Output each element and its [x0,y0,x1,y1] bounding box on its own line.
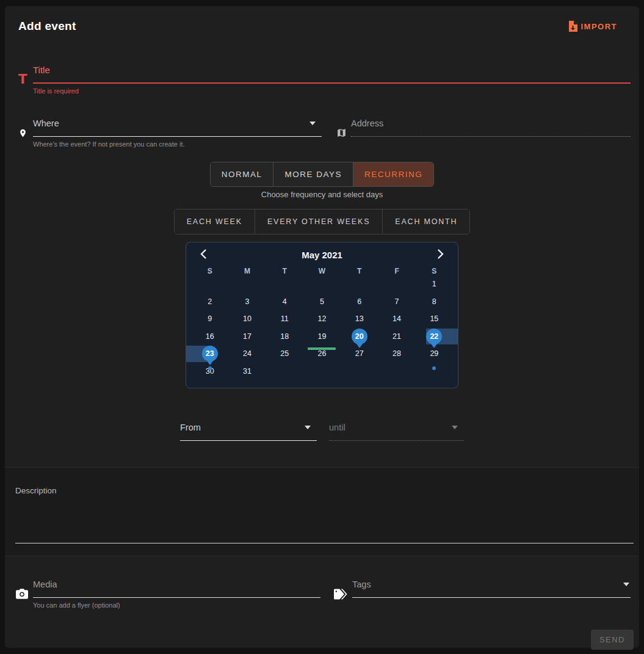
calendar-day-8[interactable]: 8 [416,293,453,311]
frequency-each-month[interactable]: EACH MONTH [383,209,469,234]
calendar-day-3[interactable]: 3 [228,293,266,311]
selected-day-marker: 20 [352,329,367,344]
calendar-day-24[interactable]: 24 [228,345,266,363]
tab-more-days[interactable]: MORE DAYS [273,162,353,186]
where-select[interactable]: Where [33,118,322,137]
event-mode-tabs: NORMALMORE DAYSRECURRING [210,162,435,187]
import-file-icon [568,21,577,32]
tags-dropdown-arrow [623,583,629,586]
tab-recurring[interactable]: RECURRING [353,162,433,186]
day-number: 5 [320,297,324,306]
media-helper-text: You can add a flyer (optional) [33,601,320,609]
from-value: From [180,423,201,432]
until-select[interactable]: until [329,422,464,441]
frequency-each-week[interactable]: EACH WEEK [175,209,255,234]
day-number: 1 [432,280,436,288]
day-number: 31 [243,367,251,376]
calendar-day-23[interactable]: 23 [191,345,228,363]
calendar-day-20[interactable]: 20 [341,328,378,346]
calendar-empty-cell [303,275,341,293]
calendar-empty-cell [266,363,303,380]
calendar-day-16[interactable]: 16 [191,328,228,346]
day-number: 13 [355,314,364,323]
day-number: 8 [432,297,436,306]
media-placeholder: Media [33,580,57,589]
weekday-header-3: W [303,267,341,275]
event-dot [432,366,436,370]
frequency-caption: Choose frequency and select days [5,190,639,199]
day-number: 2 [208,297,212,306]
where-helper-text: Where's the event? If not present you ca… [33,140,322,148]
calendar-empty-cell [266,275,303,293]
day-number: 15 [430,314,438,323]
calendar-day-13[interactable]: 13 [341,310,378,328]
day-number: 12 [318,314,327,323]
calendar-week-row: 16171819202122 [191,328,453,346]
calendar-next-button[interactable] [436,248,446,262]
send-button[interactable]: SEND [591,630,634,650]
weekday-header-1: M [228,267,266,275]
frequency-every-other-weeks[interactable]: EVERY OTHER WEEKS [255,209,383,234]
camera-icon [16,579,33,609]
calendar-day-2[interactable]: 2 [191,293,228,311]
calendar-day-6[interactable]: 6 [341,293,378,311]
weekday-header-5: F [378,267,415,275]
description-label: Description [15,486,634,495]
where-dropdown-arrow [309,122,316,125]
day-number: 3 [245,297,249,306]
day-number: 27 [355,349,364,358]
calendar-day-22[interactable]: 22 [416,328,453,346]
chevron-left-icon [200,249,207,261]
calendar-day-11[interactable]: 11 [266,310,303,328]
day-number: 11 [281,314,289,323]
tags-select[interactable]: Tags [352,579,631,598]
chevron-right-icon [437,249,444,261]
calendar-empty-cell [341,363,378,380]
calendar-week-row: 1 [191,275,453,293]
calendar-day-9[interactable]: 9 [191,310,228,328]
calendar-empty-cell [191,275,228,293]
calendar-day-15[interactable]: 15 [416,310,453,328]
address-input[interactable]: Address [351,118,631,137]
day-number: 29 [430,349,438,358]
calendar-day-25[interactable]: 25 [266,345,303,363]
calendar-day-10[interactable]: 10 [228,310,266,328]
calendar-day-19[interactable]: 19 [303,328,341,346]
calendar-day-18[interactable]: 18 [266,328,303,346]
add-event-dialog: Add event IMPORT T Title Title is requir… [5,6,639,648]
calendar-day-17[interactable]: 17 [228,328,266,346]
calendar-day-12[interactable]: 12 [303,310,341,328]
calendar-day-4[interactable]: 4 [266,293,303,311]
description-textarea[interactable] [15,543,634,543]
selected-day-marker: 23 [202,346,218,362]
title-field-group: T Title Title is required [5,65,639,95]
until-dropdown-arrow [452,426,458,429]
address-placeholder: Address [351,118,383,128]
calendar-day-14[interactable]: 14 [378,310,415,328]
calendar-prev-button[interactable] [198,248,208,262]
calendar-day-28[interactable]: 28 [378,345,415,363]
calendar-day-7[interactable]: 7 [378,293,415,311]
title-input[interactable]: Title [33,65,631,84]
day-number: 6 [357,297,361,306]
weekday-header-6: S [416,267,453,275]
calendar-empty-cell [228,275,266,293]
location-pin-icon [18,118,33,148]
calendar-day-31[interactable]: 31 [228,363,266,380]
event-dot [208,366,212,370]
from-select[interactable]: From [180,422,317,441]
weekday-header-2: T [266,267,303,275]
tags-placeholder: Tags [352,580,371,589]
tab-normal[interactable]: NORMAL [211,162,274,186]
calendar-day-21[interactable]: 21 [378,328,415,346]
time-row: From until [5,422,639,441]
title-placeholder: Title [33,65,50,75]
media-input[interactable]: Media [33,579,320,598]
calendar-day-1[interactable]: 1 [416,275,453,293]
calendar-week-row: 9101112131415 [191,310,453,328]
day-number: 17 [243,332,251,341]
day-number: 9 [208,314,212,323]
import-button[interactable]: IMPORT [568,21,617,32]
calendar-day-5[interactable]: 5 [303,293,341,311]
weekday-header-4: T [341,267,378,275]
